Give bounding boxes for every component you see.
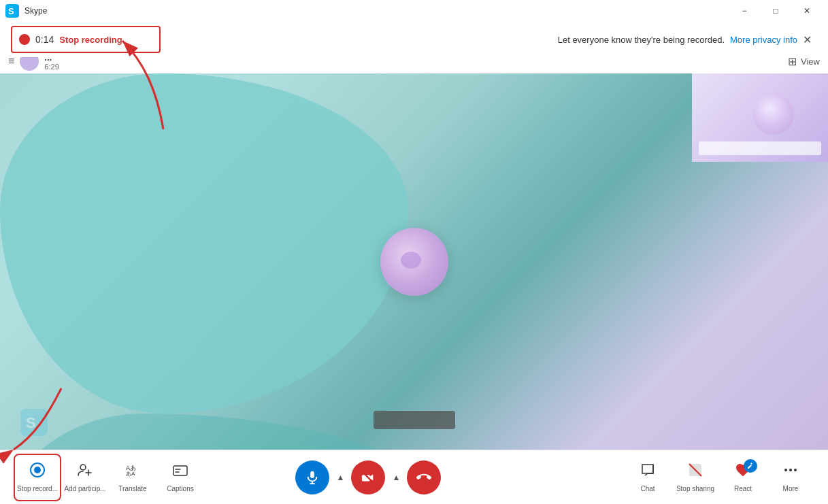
stop-recording-button[interactable]: Stop recording [59,35,122,45]
recording-indicator-icon [19,34,30,45]
svg-text:S: S [26,414,36,431]
add-participants-icon [77,462,93,482]
minimize-button[interactable]: − [729,0,760,22]
call-duration: 6:29 [44,63,59,71]
self-video-thumbnail [692,73,828,162]
end-call-button[interactable] [407,460,441,494]
camera-expand-button[interactable]: ▲ [388,469,404,486]
chat-button[interactable]: Chat [624,454,672,501]
close-button[interactable]: ✕ [791,0,823,22]
window-controls: − □ ✕ [729,0,823,22]
svg-rect-16 [311,471,315,477]
react-label: React [734,485,752,493]
svg-point-8 [80,465,86,470]
recording-bar: 0:14 Stop recording [11,26,161,53]
svg-text:S: S [8,6,14,16]
translate-button[interactable]: Aあ あA Translate [109,454,156,501]
stop-recording-toolbar-icon [29,462,46,482]
mute-button[interactable] [295,460,329,494]
more-icon [782,462,799,482]
svg-point-23 [784,469,787,471]
stop-sharing-button[interactable]: Stop sharing [672,454,719,501]
center-call-controls: ▲ ▲ [295,460,441,494]
privacy-info-link[interactable]: More privacy info [730,35,797,45]
view-label: View [801,56,820,67]
notification-message: Let everyone know they're being recorded… [558,35,725,45]
notification-close-button[interactable]: ✕ [803,33,812,46]
react-button[interactable]: React [719,454,767,501]
add-participants-button[interactable]: Add particip... [61,454,109,501]
skype-logo-icon: S [5,4,19,18]
stop-recording-toolbar-button[interactable]: Stop record... [14,454,61,501]
camera-toggle-button[interactable] [351,460,385,494]
captions-button[interactable]: Captions [156,454,204,501]
svg-text:あA: あA [126,471,135,477]
subtitle-bar [374,411,455,429]
skype-watermark-icon: S [20,409,48,436]
translate-label: Translate [118,485,146,493]
svg-point-7 [34,467,41,473]
right-toolbar: Chat Stop sharing [624,454,814,501]
bottom-toolbar: Stop record... Add particip... Aあ あA Tra… [0,450,828,504]
caller-video-bubble [380,228,448,296]
stop-recording-toolbar-label: Stop record... [17,485,58,493]
stop-sharing-icon [687,462,703,482]
chat-icon [640,462,656,482]
more-label: More [783,485,799,493]
add-participants-label: Add particip... [64,485,105,493]
recording-timer: 0:14 [35,34,54,45]
subtitle-text [395,415,434,425]
captions-label: Captions [167,485,193,493]
thumbnail-avatar [753,94,794,135]
captions-icon [172,462,188,482]
translate-icon: Aあ あA [125,462,141,482]
svg-point-25 [794,469,797,471]
svg-point-24 [789,469,792,471]
thumbnail-label [699,141,821,155]
app-title: Skype [24,6,729,16]
maximize-button[interactable]: □ [760,0,791,22]
title-bar: S Skype − □ ✕ [0,0,828,22]
stop-sharing-label: Stop sharing [676,485,714,493]
chat-label: Chat [640,485,655,493]
mic-expand-button[interactable]: ▲ [332,469,348,486]
react-edit-badge [744,459,757,473]
svg-rect-13 [173,466,187,475]
more-button[interactable]: More [767,454,814,501]
